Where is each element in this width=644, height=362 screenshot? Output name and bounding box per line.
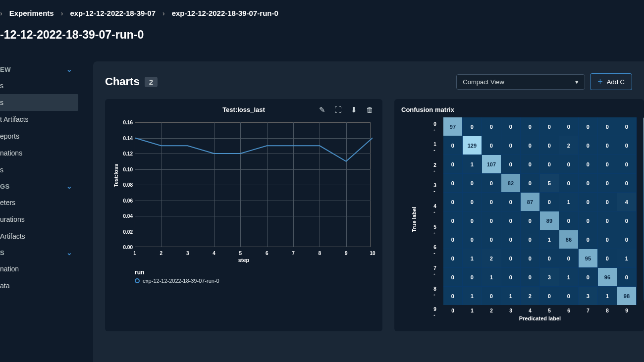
sidebar-section-head[interactable]: EW⌄ bbox=[0, 61, 78, 77]
heatmap-cell: 0 bbox=[617, 230, 636, 249]
sidebar-item[interactable]: t Artifacts bbox=[0, 111, 78, 128]
chart-xlabel: Predicated label bbox=[443, 315, 637, 321]
heatmap-cell: 0 bbox=[482, 230, 501, 249]
heatmap-cell: 0 bbox=[482, 117, 501, 136]
chart-ytick: 0.00 bbox=[114, 245, 133, 250]
heatmap-cell: 0 bbox=[579, 117, 597, 136]
chart-panel-confusion: Confusion matrix True label 0 -1 -2 -3 -… bbox=[394, 99, 644, 331]
download-icon[interactable]: ⬇ bbox=[351, 105, 357, 114]
heatmap-cell: 1 bbox=[559, 193, 578, 211]
sidebar-item[interactable]: s bbox=[0, 77, 78, 94]
main-content: Charts 2 Compact View ▾ + Add C Test:los… bbox=[93, 61, 644, 362]
chart-ytick: 0.10 bbox=[114, 166, 133, 172]
legend-item: exp-12-12-2022-18-39-07-run-0 bbox=[135, 278, 374, 284]
heatmap-cell: 1 bbox=[617, 249, 636, 267]
heatmap-cell: 1 bbox=[463, 249, 482, 267]
sidebar-item[interactable]: urations bbox=[0, 211, 78, 228]
heatmap-cell: 0 bbox=[598, 193, 617, 211]
heatmap-cell: 0 bbox=[559, 211, 578, 230]
heatmap-cell: 4 bbox=[617, 193, 636, 211]
add-chart-button[interactable]: + Add C bbox=[590, 73, 632, 90]
sidebar-item[interactable]: s bbox=[0, 94, 78, 111]
heatmap-xtick: 4 bbox=[521, 308, 539, 313]
chart-xtick: 9 bbox=[345, 251, 348, 256]
heatmap-cell: 2 bbox=[559, 136, 578, 155]
heatmap-xtick: 5 bbox=[540, 308, 559, 313]
heatmap-cell: 0 bbox=[521, 155, 539, 173]
heatmap-cell: 0 bbox=[617, 117, 636, 136]
breadcrumb: › Experiments › exp-12-12-2022-18-39-07 … bbox=[0, 0, 644, 17]
heatmap-ytick: 3 - bbox=[433, 179, 436, 198]
heatmap-cell: 0 bbox=[598, 136, 617, 155]
delete-icon[interactable]: 🗑 bbox=[366, 105, 374, 114]
sidebar-section-head[interactable]: GS⌄ bbox=[0, 178, 78, 194]
heatmap-cell: 0 bbox=[443, 193, 462, 211]
chart-xtick: 7 bbox=[292, 251, 295, 256]
heatmap-cell: 0 bbox=[443, 249, 462, 267]
chevron-down-icon: ⌄ bbox=[66, 65, 73, 73]
sidebar-item[interactable]: eports bbox=[0, 128, 78, 145]
heatmap-cell: 0 bbox=[501, 249, 520, 267]
breadcrumb-item[interactable]: exp-12-12-2022-18-39-07-run-0 bbox=[172, 9, 278, 17]
heatmap-cell: 0 bbox=[540, 117, 559, 136]
chart-ytick: 0.14 bbox=[114, 135, 133, 141]
edit-icon[interactable]: ✎ bbox=[319, 105, 325, 114]
fullscreen-icon[interactable]: ⛶ bbox=[334, 105, 342, 114]
heatmap-cell: 3 bbox=[540, 268, 559, 286]
heatmap-cell: 0 bbox=[617, 155, 636, 173]
heatmap-cell: 3 bbox=[579, 287, 597, 305]
heatmap-cell: 98 bbox=[617, 287, 636, 305]
page-title: -12-12-2022-18-39-07-run-0 bbox=[0, 17, 644, 42]
heatmap-cell: 0 bbox=[463, 268, 482, 286]
chart-ytick: 0.16 bbox=[114, 120, 133, 125]
heatmap-cell: 0 bbox=[443, 211, 462, 230]
breadcrumb-item[interactable]: Experiments bbox=[9, 9, 54, 17]
sidebar-item[interactable]: Artifacts bbox=[0, 228, 78, 245]
sidebar-item[interactable]: ata bbox=[0, 277, 78, 294]
heatmap-cell: 0 bbox=[501, 117, 520, 136]
heatmap-cell: 0 bbox=[501, 155, 520, 173]
heatmap-ytick: 9 - bbox=[433, 303, 436, 321]
heatmap-cell: 0 bbox=[559, 155, 578, 173]
sidebar-item[interactable]: s bbox=[0, 161, 78, 178]
heatmap-cell: 0 bbox=[521, 211, 539, 230]
heatmap-cell: 0 bbox=[579, 230, 597, 249]
heatmap-cell: 0 bbox=[463, 230, 482, 249]
sidebar-item[interactable]: nation bbox=[0, 260, 78, 277]
heatmap-cell: 0 bbox=[559, 249, 578, 267]
chart-ylabel: True label bbox=[411, 207, 417, 232]
heatmap-cell: 1 bbox=[598, 287, 617, 305]
heatmap-cell: 0 bbox=[521, 230, 539, 249]
heatmap-cell: 0 bbox=[463, 211, 482, 230]
sidebar-item[interactable]: eters bbox=[0, 194, 78, 211]
heatmap-cell: 1 bbox=[482, 268, 501, 286]
chart-ytick: 0.08 bbox=[114, 182, 133, 188]
heatmap-cell: 0 bbox=[579, 174, 597, 192]
heatmap-cell: 0 bbox=[482, 136, 501, 155]
heatmap-cell: 0 bbox=[443, 268, 462, 286]
heatmap-cell: 0 bbox=[463, 117, 482, 136]
sidebar-item[interactable]: nations bbox=[0, 145, 78, 161]
chart-title: Confusion matrix bbox=[401, 106, 637, 113]
heatmap-xtick: 9 bbox=[617, 308, 636, 313]
heatmap-cell: 0 bbox=[617, 174, 636, 192]
heatmap-ytick: 6 - bbox=[433, 241, 436, 259]
heatmap-cell: 0 bbox=[443, 174, 462, 192]
heatmap-cell: 0 bbox=[443, 136, 462, 155]
heatmap-cell: 2 bbox=[482, 249, 501, 267]
view-selector-dropdown[interactable]: Compact View ▾ bbox=[456, 74, 585, 90]
heatmap-cell: 0 bbox=[501, 193, 520, 211]
heatmap-cell: 1 bbox=[559, 268, 578, 286]
heatmap-cell: 0 bbox=[579, 211, 597, 230]
heatmap-cell: 1 bbox=[463, 155, 482, 173]
heatmap-cell: 0 bbox=[579, 268, 597, 286]
heatmap-cell: 0 bbox=[617, 136, 636, 155]
heatmap-cell: 107 bbox=[482, 155, 501, 173]
heatmap-cell: 0 bbox=[540, 249, 559, 267]
heatmap-grid: 9700000000001290000200001107000000000082… bbox=[443, 117, 637, 305]
sidebar-section-head[interactable]: S⌄ bbox=[0, 245, 78, 260]
heatmap-cell: 129 bbox=[463, 136, 482, 155]
heatmap-cell: 0 bbox=[598, 155, 617, 173]
breadcrumb-item[interactable]: exp-12-12-2022-18-39-07 bbox=[70, 9, 156, 17]
heatmap-cell: 0 bbox=[540, 136, 559, 155]
